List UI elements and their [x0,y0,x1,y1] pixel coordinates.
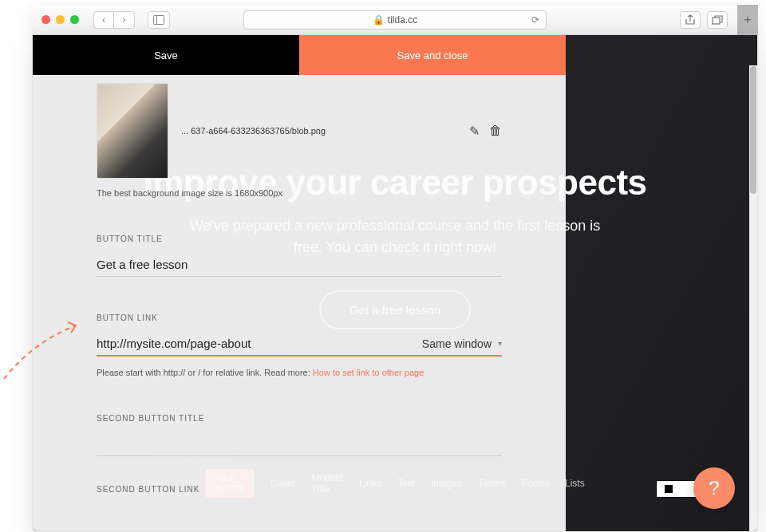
edit-image-icon[interactable]: ✎ [469,124,480,139]
window-controls [41,15,79,24]
tabs-button[interactable] [707,11,728,29]
page-body: Improve your career prospects We've prep… [32,35,758,532]
delete-image-icon[interactable]: 🗑 [489,124,502,139]
close-window-button[interactable] [41,15,50,24]
scrollbar[interactable] [749,65,757,531]
url-host: tilda.cc [388,14,417,26]
forward-button[interactable]: › [114,11,135,29]
second-button-link-label: SECOND BUTTON LINK [97,485,502,494]
background-hint: The best background image size is 1680x9… [97,188,502,198]
back-button[interactable]: ‹ [93,11,114,29]
background-thumbnail[interactable] [97,83,168,179]
second-button-title-label: SECOND BUTTON TITLE [97,414,502,423]
svg-rect-0 [154,15,164,24]
button-link-input[interactable] [97,332,405,355]
save-and-close-button[interactable]: Save and close [299,35,566,75]
chevron-down-icon: ▾ [498,339,502,348]
save-button[interactable]: Save [33,35,299,75]
block-settings-panel: Save Save and close ... 637-a664-6332363… [33,35,566,531]
button-link-help: Please start with http:// or / for relat… [97,368,502,377]
button-title-input[interactable] [97,253,502,276]
share-button[interactable] [680,11,701,29]
link-target-select[interactable]: Same window ▾ [405,337,502,350]
background-image-row: ... 637-a664-633236363765/blob.png ✎ 🗑 [97,83,502,179]
second-button-title-input[interactable] [97,432,502,455]
address-bar[interactable]: 🔒 tilda.cc ⟳ [243,10,547,30]
browser-toolbar: ‹ › 🔒 tilda.cc ⟳ + [32,5,758,35]
button-title-label: BUTTON TITLE [97,234,502,243]
help-link[interactable]: How to set link to other page [313,368,424,377]
toolbar-lists[interactable]: Lists [565,478,585,489]
minimize-window-button[interactable] [56,15,65,24]
nav-arrows: ‹ › [93,11,135,29]
svg-rect-2 [713,18,720,24]
background-filename: ... 637-a664-633236363765/blob.png [181,126,456,136]
maximize-window-button[interactable] [70,15,79,24]
sidebar-toggle-button[interactable] [148,11,170,29]
help-fab-button[interactable]: ? [693,467,735,509]
button-link-label: BUTTON LINK [97,313,502,322]
reload-icon[interactable]: ⟳ [531,14,539,26]
panel-tabs: Save Save and close [33,35,566,75]
lock-icon: 🔒 [373,14,385,26]
new-tab-button[interactable]: + [737,5,758,35]
scrollbar-thumb[interactable] [750,66,756,194]
link-target-value: Same window [422,337,492,350]
